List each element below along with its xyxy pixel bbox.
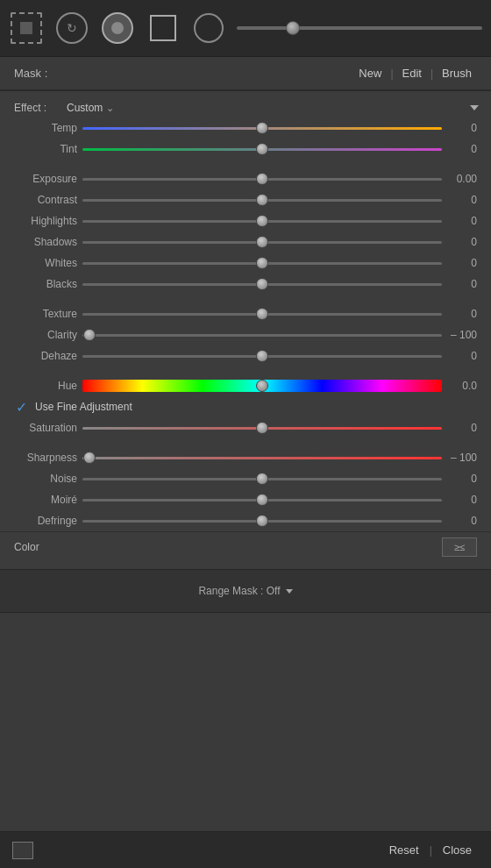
exposure-row: Exposure 0.00 — [0, 168, 491, 189]
main-content: Effect : Custom ⌄ Temp 0 Tint 0 — [0, 90, 491, 831]
effect-label: Effect : — [14, 102, 67, 114]
shadows-thumb[interactable] — [256, 236, 268, 248]
contrast-slider[interactable] — [82, 192, 442, 208]
texture-label: Texture — [14, 308, 77, 320]
temp-thumb[interactable] — [256, 122, 268, 134]
mask-bar: Mask : New | Edit | Brush — [0, 57, 491, 90]
moire-thumb[interactable] — [256, 494, 268, 506]
contrast-thumb[interactable] — [256, 194, 268, 206]
circle-icon[interactable] — [191, 11, 226, 46]
dehaze-value: 0 — [447, 350, 477, 362]
whites-thumb[interactable] — [256, 257, 268, 269]
clarity-value: – 100 — [447, 329, 477, 341]
effect-dropdown-arrow[interactable]: ⌄ — [106, 103, 114, 114]
exposure-value: 0.00 — [447, 173, 477, 185]
blacks-thumb[interactable] — [256, 278, 268, 290]
clarity-label: Clarity — [14, 329, 77, 341]
texture-row: Texture 0 — [0, 303, 491, 324]
temp-row: Temp 0 — [0, 117, 491, 139]
mask-overlay-icon[interactable] — [9, 11, 44, 46]
sharpness-row: Sharpness – 100 — [0, 447, 491, 468]
temp-value: 0 — [447, 122, 477, 134]
shadows-row: Shadows 0 — [0, 231, 491, 253]
exposure-label: Exposure — [14, 173, 77, 185]
noise-thumb[interactable] — [256, 473, 268, 485]
temp-label: Temp — [14, 122, 77, 134]
toolbar-slider[interactable] — [237, 13, 482, 43]
hue-thumb[interactable] — [256, 380, 268, 392]
top-toolbar: ↻ — [0, 0, 491, 57]
defringe-slider[interactable] — [82, 513, 442, 529]
defringe-thumb[interactable] — [256, 515, 268, 527]
defringe-row: Defringe 0 — [0, 510, 491, 531]
highlights-slider[interactable] — [82, 213, 442, 229]
clarity-slider[interactable] — [82, 327, 442, 343]
dehaze-row: Dehaze 0 — [0, 345, 491, 366]
contrast-label: Contrast — [14, 194, 77, 206]
color-icon-button[interactable]: ≥≤ — [442, 537, 477, 557]
contrast-row: Contrast 0 — [0, 189, 491, 210]
moire-row: Moiré 0 — [0, 489, 491, 510]
whites-value: 0 — [447, 257, 477, 269]
close-button[interactable]: Close — [436, 842, 479, 858]
mask-new-button[interactable]: New — [353, 65, 387, 82]
saturation-slider[interactable] — [82, 420, 442, 436]
texture-value: 0 — [447, 308, 477, 320]
blacks-slider[interactable] — [82, 276, 442, 292]
effect-value: Custom — [67, 102, 103, 114]
clarity-thumb[interactable] — [83, 329, 96, 341]
moire-slider[interactable] — [82, 492, 442, 508]
fine-adjustment-checkbox[interactable]: ✓ — [14, 400, 28, 414]
mask-divider-2: | — [431, 68, 433, 80]
noise-row: Noise 0 — [0, 468, 491, 489]
mask-edit-button[interactable]: Edit — [397, 65, 427, 82]
range-mask-select[interactable]: Range Mask : Off — [198, 585, 292, 597]
dehaze-label: Dehaze — [14, 350, 77, 362]
tint-label: Tint — [14, 143, 77, 155]
saturation-row: Saturation 0 — [0, 417, 491, 438]
range-mask-arrow[interactable] — [286, 589, 293, 594]
defringe-value: 0 — [447, 515, 477, 527]
blacks-value: 0 — [447, 278, 477, 290]
hue-slider[interactable] — [82, 378, 442, 394]
hue-label: Hue — [14, 380, 77, 392]
whites-slider[interactable] — [82, 255, 442, 271]
saturation-value: 0 — [447, 422, 477, 434]
dehaze-slider[interactable] — [82, 348, 442, 364]
tint-thumb[interactable] — [256, 143, 268, 155]
circle-arrow-icon[interactable]: ↻ — [54, 11, 89, 46]
tint-slider[interactable] — [82, 141, 442, 157]
bottom-divider: | — [426, 844, 436, 857]
mask-divider-1: | — [390, 68, 393, 80]
square-icon[interactable] — [146, 11, 181, 46]
exposure-thumb[interactable] — [256, 173, 268, 185]
shadows-slider[interactable] — [82, 234, 442, 250]
effect-row: Effect : Custom ⌄ — [0, 98, 491, 117]
reset-button[interactable]: Reset — [382, 842, 426, 858]
eye-icon[interactable] — [100, 11, 135, 46]
noise-slider[interactable] — [82, 471, 442, 487]
temp-slider[interactable] — [82, 120, 442, 136]
texture-thumb[interactable] — [256, 308, 268, 320]
highlights-thumb[interactable] — [256, 215, 268, 227]
highlights-value: 0 — [447, 215, 477, 227]
noise-value: 0 — [447, 473, 477, 485]
sharpness-slider[interactable] — [82, 450, 442, 466]
mask-brush-button[interactable]: Brush — [437, 65, 477, 82]
bottom-icon[interactable] — [12, 842, 33, 859]
highlights-row: Highlights 0 — [0, 210, 491, 231]
dehaze-thumb[interactable] — [256, 350, 268, 362]
shadows-label: Shadows — [14, 236, 77, 248]
color-icon-symbol: ≥≤ — [454, 542, 465, 552]
panel-collapse-arrow[interactable] — [470, 105, 479, 110]
hue-value: 0.0 — [447, 380, 477, 392]
sharpness-thumb[interactable] — [83, 452, 96, 464]
moire-label: Moiré — [14, 494, 77, 506]
exposure-slider[interactable] — [82, 171, 442, 187]
sharpness-value: – 100 — [447, 452, 477, 464]
bottom-bar: Reset | Close — [0, 831, 491, 868]
saturation-thumb[interactable] — [256, 422, 268, 434]
moire-value: 0 — [447, 494, 477, 506]
texture-slider[interactable] — [82, 306, 442, 322]
effect-panel: Effect : Custom ⌄ Temp 0 Tint 0 — [0, 90, 491, 569]
